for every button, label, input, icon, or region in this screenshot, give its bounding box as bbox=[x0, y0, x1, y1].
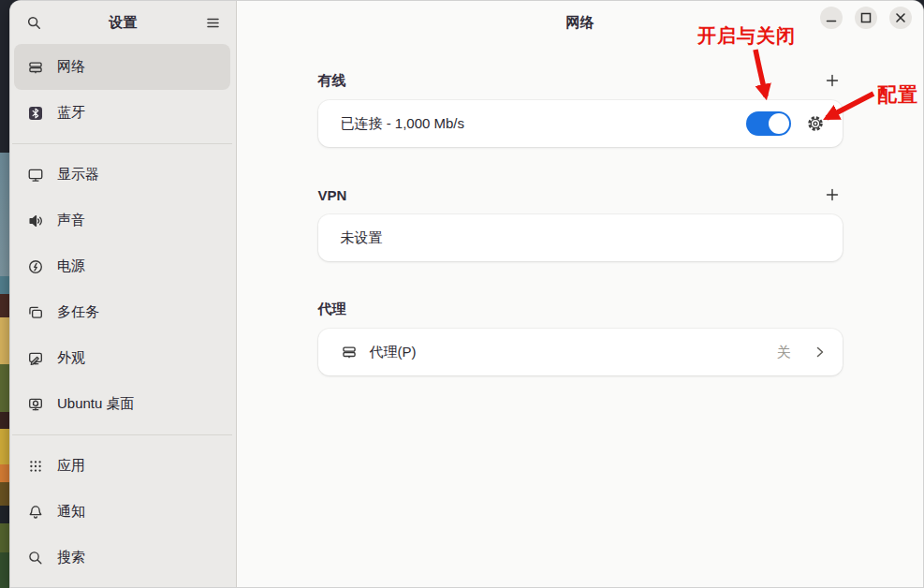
sidebar-item-label: Ubuntu 桌面 bbox=[57, 395, 135, 413]
bluetooth-icon bbox=[27, 105, 44, 122]
apps-grid-icon bbox=[27, 458, 44, 475]
sidebar-item-label: 多任务 bbox=[57, 303, 99, 321]
sidebar-separator bbox=[12, 434, 232, 435]
wired-connection-row[interactable]: 已连接 - 1,000 Mb/s bbox=[318, 100, 843, 147]
multitasking-icon bbox=[27, 304, 44, 321]
sidebar-item-bluetooth[interactable]: 蓝牙 bbox=[14, 90, 230, 136]
sidebar-nav: 网络 蓝牙 bbox=[10, 44, 236, 581]
vpn-status-text: 未设置 bbox=[341, 229, 383, 247]
network-panel: 有线 已连接 - 1,000 Mb/s bbox=[237, 44, 923, 587]
wired-section: 有线 已连接 - 1,000 Mb/s bbox=[318, 66, 843, 147]
sidebar-item-label: 声音 bbox=[57, 212, 85, 229]
sidebar-item-label: 网络 bbox=[57, 58, 85, 76]
network-proxy-icon bbox=[341, 344, 358, 360]
maximize-icon bbox=[855, 7, 877, 29]
window-controls bbox=[820, 7, 912, 29]
maximize-button[interactable] bbox=[855, 7, 877, 29]
minimize-icon bbox=[820, 7, 843, 29]
network-wired-icon bbox=[27, 59, 44, 76]
sidebar-item-label: 应用 bbox=[57, 457, 85, 475]
vpn-section-title: VPN bbox=[318, 187, 347, 203]
sidebar-item-ubuntu-desktop[interactable]: Ubuntu 桌面 bbox=[14, 381, 230, 427]
add-wired-connection-button[interactable] bbox=[818, 66, 846, 95]
proxy-section-title: 代理 bbox=[318, 301, 346, 318]
sidebar-item-displays[interactable]: 显示器 bbox=[14, 152, 230, 198]
plus-icon bbox=[825, 73, 840, 88]
wired-card: 已连接 - 1,000 Mb/s bbox=[318, 100, 843, 147]
sidebar-item-label: 蓝牙 bbox=[57, 104, 85, 122]
plus-icon bbox=[825, 187, 840, 202]
ubuntu-desktop-icon bbox=[27, 396, 44, 413]
proxy-state-value: 关 bbox=[777, 344, 791, 361]
sidebar-item-power[interactable]: 电源 bbox=[14, 243, 230, 289]
search-button[interactable] bbox=[20, 8, 48, 37]
sidebar-item-network[interactable]: 网络 bbox=[14, 44, 230, 90]
sidebar-title: 设置 bbox=[51, 14, 195, 32]
close-button[interactable] bbox=[889, 7, 912, 29]
menu-icon bbox=[205, 15, 221, 31]
vpn-section: VPN 未设置 bbox=[318, 181, 843, 261]
sidebar-item-multitasking[interactable]: 多任务 bbox=[14, 289, 230, 335]
add-vpn-button[interactable] bbox=[818, 181, 846, 209]
search-icon bbox=[26, 15, 42, 31]
settings-window: 设置 网络 bbox=[9, 0, 924, 588]
main-menu-button[interactable] bbox=[198, 8, 227, 37]
sidebar-item-label: 显示器 bbox=[57, 166, 99, 184]
sidebar-item-sound[interactable]: 声音 bbox=[14, 198, 230, 243]
sidebar-item-apps[interactable]: 应用 bbox=[14, 443, 230, 489]
display-icon bbox=[27, 167, 44, 184]
sidebar-item-search[interactable]: 搜索 bbox=[14, 535, 230, 581]
page-title: 网络 bbox=[566, 14, 594, 32]
toggle-knob bbox=[769, 113, 789, 134]
proxy-section: 代理 代理(P) bbox=[318, 295, 843, 375]
sidebar-separator bbox=[12, 143, 232, 144]
power-icon bbox=[27, 258, 44, 275]
wired-toggle-switch[interactable] bbox=[746, 111, 791, 136]
sidebar-item-appearance[interactable]: 外观 bbox=[14, 335, 230, 381]
sidebar-item-label: 搜索 bbox=[57, 549, 85, 566]
proxy-card: 代理(P) 关 bbox=[318, 329, 843, 375]
content-pane: 网络 bbox=[237, 1, 923, 587]
proxy-label: 代理(P) bbox=[370, 344, 417, 361]
bell-icon bbox=[27, 504, 44, 521]
close-icon bbox=[889, 7, 912, 29]
sidebar-item-label: 外观 bbox=[57, 349, 85, 367]
sidebar-item-label: 通知 bbox=[57, 503, 85, 521]
sidebar-item-label: 电源 bbox=[57, 257, 85, 275]
appearance-icon bbox=[27, 350, 44, 367]
speaker-icon bbox=[27, 213, 44, 229]
vpn-empty-row: 未设置 bbox=[318, 214, 843, 261]
sidebar-header: 设置 bbox=[10, 1, 236, 44]
minimize-button[interactable] bbox=[820, 7, 843, 29]
wired-status-text: 已连接 - 1,000 Mb/s bbox=[341, 115, 465, 133]
sidebar-item-notifications[interactable]: 通知 bbox=[14, 489, 230, 535]
vpn-card: 未设置 bbox=[318, 214, 843, 261]
search-icon bbox=[27, 550, 44, 566]
sidebar: 设置 网络 bbox=[10, 1, 237, 587]
content-headerbar: 网络 bbox=[237, 1, 923, 44]
proxy-row[interactable]: 代理(P) 关 bbox=[318, 329, 843, 375]
wired-section-title: 有线 bbox=[318, 72, 346, 90]
chevron-right-icon bbox=[813, 345, 828, 360]
wired-options-gear-icon[interactable] bbox=[803, 111, 828, 136]
